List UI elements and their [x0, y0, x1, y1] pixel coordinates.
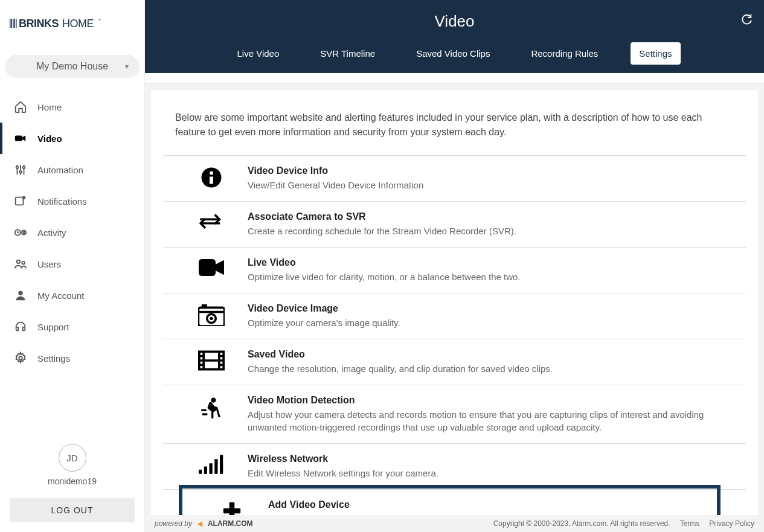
arrows-icon [175, 211, 248, 232]
setting-desc: Optimize your camera's image quality. [248, 316, 734, 329]
setting-video-device-info[interactable]: Video Device Info View/Edit General Vide… [163, 156, 746, 202]
svg-point-34 [210, 317, 213, 320]
activity-icon [13, 225, 28, 240]
support-icon [13, 319, 28, 334]
svg-rect-49 [214, 459, 217, 474]
sidebar-item-automation[interactable]: Automation [0, 154, 144, 185]
tab-saved-clips[interactable]: Saved Video Clips [408, 42, 498, 65]
svg-rect-47 [204, 467, 207, 474]
setting-title: Wireless Network [248, 453, 734, 464]
svg-rect-31 [198, 311, 224, 313]
notifications-icon [13, 194, 28, 208]
setting-desc: Adjust how your camera detects and recor… [248, 408, 734, 434]
avatar[interactable]: JD [59, 444, 86, 472]
chevron-down-icon: ▾ [125, 62, 129, 71]
tab-svr-timeline[interactable]: SVR Timeline [312, 42, 384, 65]
sidebar-item-label: Notifications [37, 196, 87, 207]
setting-motion-detection[interactable]: Video Motion Detection Adjust how your c… [163, 385, 746, 444]
alarm-logo-text: ALARM.COM [208, 519, 253, 528]
tab-settings[interactable]: Settings [631, 42, 680, 65]
account-icon [13, 288, 28, 303]
camera-icon [175, 257, 248, 277]
svg-point-27 [210, 171, 213, 175]
sidebar-item-label: Video [37, 133, 62, 144]
svg-rect-8 [15, 135, 22, 141]
setting-title: Saved Video [248, 349, 734, 360]
sidebar-footer: JD monidemo19 LOG OUT [0, 438, 144, 532]
setting-title: Video Motion Detection [248, 395, 734, 406]
svg-point-9 [16, 167, 19, 169]
svg-rect-48 [210, 463, 213, 474]
sidebar-item-label: Home [37, 102, 62, 112]
sidebar-item-label: Users [37, 259, 61, 269]
svg-point-25 [19, 356, 22, 360]
svg-point-12 [19, 171, 22, 173]
svg-text:BRINKS: BRINKS [19, 18, 59, 30]
setting-wireless-network[interactable]: Wireless Network Edit Wireless Network s… [163, 444, 746, 490]
sidebar-nav: Home Video Automation Notifications [0, 84, 144, 438]
sidebar-item-notifications[interactable]: Notifications [0, 185, 144, 217]
info-icon [175, 165, 248, 188]
refresh-icon[interactable] [740, 12, 753, 28]
content-panel: Below are some important website and ale… [151, 90, 758, 515]
signal-icon [175, 453, 248, 474]
setting-saved-video[interactable]: Saved Video Change the resolution, image… [163, 339, 746, 385]
svg-rect-3 [14, 19, 16, 28]
svg-rect-2 [13, 19, 14, 28]
intro-text: Below are some important website and ale… [163, 111, 746, 139]
setting-desc: Optimize live video for clarity, motion,… [248, 271, 734, 283]
terms-link[interactable]: Terms [680, 519, 700, 528]
alarm-logo-icon: ◄ [196, 519, 204, 528]
svg-rect-0 [10, 19, 11, 28]
main: Video Live Video SVR Timeline Saved Vide… [145, 0, 764, 532]
setting-title: Associate Camera to SVR [248, 211, 734, 222]
sidebar-item-account[interactable]: My Account [0, 280, 144, 311]
svg-point-24 [18, 291, 22, 295]
setting-desc: View/Edit General Video Device Informati… [248, 179, 734, 191]
svg-rect-28 [210, 177, 213, 184]
svg-rect-1 [11, 19, 13, 28]
sidebar-item-settings[interactable]: Settings [0, 342, 144, 374]
setting-device-image[interactable]: Video Device Image Optimize your camera'… [163, 293, 746, 339]
sidebar-item-users[interactable]: Users [0, 248, 144, 280]
privacy-link[interactable]: Privacy Policy [709, 519, 754, 528]
setting-title: Video Device Image [248, 303, 734, 314]
sidebar-item-home[interactable]: Home [0, 91, 144, 123]
sidebar-item-video[interactable]: Video [0, 123, 144, 154]
svg-rect-32 [202, 304, 207, 309]
sidebar-item-label: Automation [37, 165, 83, 175]
svg-text:™: ™ [98, 18, 101, 22]
tabs: Live Video SVR Timeline Saved Video Clip… [145, 42, 764, 73]
svg-rect-52 [223, 508, 240, 514]
footer: powered by ◄ ALARM.COM Copyright © 2000-… [145, 515, 764, 532]
sidebar-item-support[interactable]: Support [0, 311, 144, 342]
svg-point-15 [23, 167, 25, 169]
svg-point-19 [22, 196, 26, 200]
house-selector[interactable]: My Demo House ▾ [5, 55, 140, 78]
svg-text:HOME: HOME [62, 18, 94, 30]
sidebar-item-label: Activity [37, 228, 66, 238]
svg-rect-4 [16, 19, 17, 28]
sidebar-item-activity[interactable]: Activity [0, 217, 144, 248]
svg-point-23 [22, 261, 25, 264]
sidebar-item-label: Settings [37, 353, 70, 364]
film-icon [175, 349, 248, 371]
setting-desc: Edit Wireless Network settings for your … [248, 467, 734, 479]
home-icon [13, 100, 28, 114]
logout-button[interactable]: LOG OUT [10, 498, 135, 522]
tab-live-video[interactable]: Live Video [228, 42, 287, 65]
motion-icon [175, 395, 248, 420]
setting-live-video[interactable]: Live Video Optimize live video for clari… [163, 248, 746, 293]
video-icon [13, 131, 28, 146]
setting-title: Live Video [248, 257, 734, 268]
svg-point-43 [211, 398, 216, 403]
tab-recording-rules[interactable]: Recording Rules [522, 42, 606, 65]
setting-associate-camera[interactable]: Associate Camera to SVR Create a recordi… [163, 202, 746, 248]
setting-title: Add Video Device [268, 499, 704, 510]
setting-add-device[interactable]: Add Video Device Add a video camera or S… [184, 490, 716, 515]
house-selector-label: My Demo House [36, 61, 108, 72]
copyright: Copyright © 2000-2023, Alarm.com. All ri… [493, 519, 670, 528]
setting-desc: Create a recording schedule for the Stre… [248, 225, 734, 237]
sidebar-item-label: My Account [37, 290, 85, 301]
powered-by: powered by [155, 519, 192, 528]
